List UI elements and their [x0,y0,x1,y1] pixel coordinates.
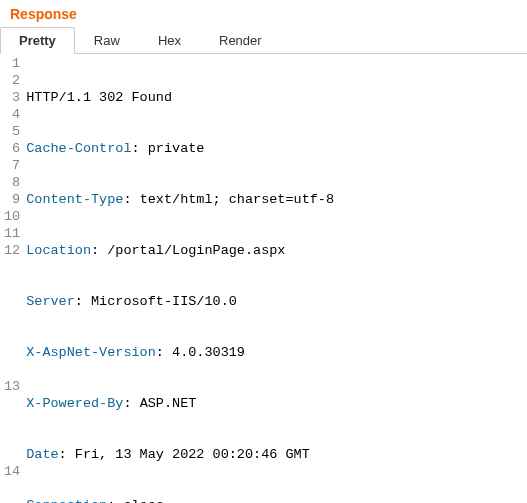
tab-raw[interactable]: Raw [75,27,139,54]
header-key: Location [26,243,91,258]
header-key: X-Powered-By [26,396,123,411]
tab-render[interactable]: Render [200,27,281,54]
header-value: 4.0.30319 [172,345,245,360]
header-value: ASP.NET [140,396,197,411]
response-body[interactable]: HTTP/1.1 302 Found Cache-Control: privat… [26,55,472,503]
header-value: private [148,141,205,156]
header-value: text/html; charset=utf-8 [140,192,334,207]
header-key: Cache-Control [26,141,131,156]
tab-pretty[interactable]: Pretty [0,27,75,54]
http-status-line: HTTP/1.1 302 Found [26,90,172,105]
header-key: X-AspNet-Version [26,345,156,360]
header-value: Fri, 13 May 2022 00:20:46 GMT [75,447,310,462]
header-key: Content-Type [26,192,123,207]
header-value: Microsoft-IIS/10.0 [91,294,237,309]
header-key: Date [26,447,58,462]
panel-title: Response [0,0,527,26]
line-number-gutter: 1234567891011121314 [0,55,26,503]
header-value: /portal/LoginPage.aspx [107,243,285,258]
header-key: Connection [26,498,107,503]
header-value: close [123,498,164,503]
tab-hex[interactable]: Hex [139,27,200,54]
header-key: Server [26,294,75,309]
tab-bar: Pretty Raw Hex Render [0,26,527,54]
response-code-area[interactable]: 1234567891011121314 HTTP/1.1 302 Found C… [0,54,527,503]
